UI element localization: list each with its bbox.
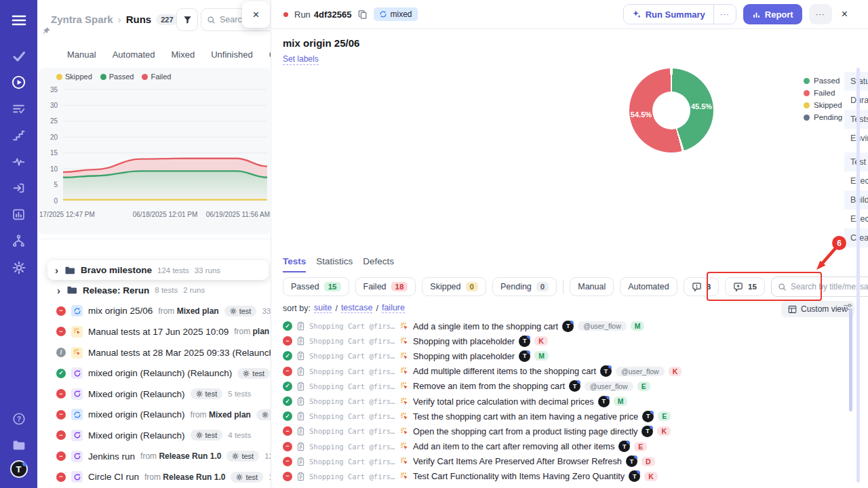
filter-chip-pending[interactable]: Pending0 (492, 277, 557, 296)
help-icon[interactable]: ? (0, 405, 37, 432)
test-row[interactable]: −Shopping Cart @first…Shopping with plac… (283, 333, 856, 348)
gear-icon (262, 411, 269, 418)
test-title[interactable]: Shopping with placeholder (413, 336, 515, 346)
popup-close-button[interactable]: × (242, 1, 270, 28)
tab-automated[interactable]: Automated (113, 49, 155, 60)
run-meta: 33 runs (195, 266, 220, 274)
failed-icon: − (56, 327, 66, 336)
run-row[interactable]: /Manual tests at 28 Mar 2025 09:33 (Rela… (37, 342, 271, 363)
sync-run-icon (71, 409, 83, 420)
test-title[interactable]: Test the shopping cart with an item havi… (413, 411, 638, 422)
folder-icon[interactable] (0, 432, 37, 458)
test-row[interactable]: ✓Shopping Cart @first…Shopping with plac… (283, 348, 856, 363)
donut-legend-item[interactable]: Skipped (804, 101, 842, 109)
test-title[interactable]: Open the shopping cart from a product li… (413, 426, 637, 436)
owner-badge: K (534, 336, 548, 346)
tab-unfinished[interactable]: Unfinished (211, 49, 252, 60)
tab-mixed[interactable]: Mixed (172, 49, 195, 60)
manual-run-icon (71, 326, 83, 338)
passed-icon: ✓ (283, 351, 292, 361)
chevron-right-icon[interactable]: › (54, 265, 59, 275)
test-row[interactable]: ✓Shopping Cart @first…Add a single item … (283, 319, 856, 333)
filter-button[interactable] (176, 8, 198, 31)
branch-icon[interactable] (0, 228, 37, 254)
run-row[interactable]: −Mixed origin (Relaunch)test5 tests (37, 384, 271, 405)
panel-scrollbar[interactable] (856, 68, 860, 483)
breadcrumb-app[interactable]: Zyntra Spark (51, 14, 113, 25)
test-title[interactable]: Add a single item to the shopping cart (413, 321, 558, 331)
sort-by-suite[interactable]: suite (314, 303, 332, 313)
test-row[interactable]: ✓Shopping Cart @first…Test the shopping … (283, 409, 856, 424)
relaunch-run-icon (71, 430, 83, 441)
legend-item[interactable]: Passed (100, 73, 134, 81)
tests-scrollbar[interactable] (849, 308, 852, 411)
user-avatar[interactable]: T (0, 458, 37, 480)
legend-item[interactable]: Failed (142, 73, 171, 81)
legend-item[interactable]: Skipped (56, 73, 92, 81)
play-circle-icon[interactable] (0, 69, 37, 96)
test-title[interactable]: Add an item to the cart after removing a… (413, 441, 614, 451)
donut-legend-item[interactable]: Pending (804, 113, 842, 121)
test-row[interactable]: −Shopping Cart @first…Add multiple diffe… (283, 364, 856, 379)
filter-chip-automated[interactable]: Automated (620, 277, 677, 296)
owner-badge: D (642, 457, 655, 466)
gear-icon[interactable] (0, 254, 37, 281)
run-row[interactable]: −mixed origin (Relaunch)from Mixed plant… (37, 405, 271, 426)
test-row[interactable]: ✓Shopping Cart @first…Verify total price… (283, 394, 856, 409)
donut-legend-item[interactable]: Failed (804, 89, 842, 97)
chevron-right-icon[interactable]: › (56, 285, 61, 296)
test-title[interactable]: Shopping with placeholder (413, 351, 515, 361)
manual-test-icon (400, 412, 409, 421)
copy-icon[interactable] (358, 9, 368, 20)
tests-search[interactable] (771, 277, 868, 297)
run-row[interactable]: −mix origin 25/06from Mixed plantest33 t… (37, 301, 271, 322)
run-row[interactable]: −Mixed origin (Relaunch)test4 tests (37, 425, 271, 446)
run-summary-button[interactable]: Run Summary (624, 5, 713, 24)
steps-icon[interactable] (0, 122, 37, 148)
set-labels-link[interactable]: Set labels (283, 54, 319, 65)
activity-icon[interactable] (0, 148, 37, 175)
tab-statistics[interactable]: Statistics (316, 256, 353, 272)
menu-icon[interactable] (0, 7, 37, 33)
report-button[interactable]: Report (743, 4, 802, 24)
chart-box-icon[interactable] (0, 201, 37, 228)
sort-by-failure[interactable]: failure (382, 303, 405, 313)
filter-chip-failed[interactable]: Failed18 (355, 277, 416, 296)
test-title[interactable]: Verify Cart Items Are Preserved After Br… (413, 456, 622, 466)
run-row[interactable]: −Circle CI runfrom Release Run 1.0test13… (37, 466, 271, 487)
test-title[interactable]: Test Cart Functionality with Items Havin… (413, 471, 625, 481)
clipboard-icon (296, 457, 305, 466)
run-row[interactable]: −Jenkins runfrom Release Run 1.0test13 t… (37, 446, 271, 467)
check-icon[interactable] (0, 43, 37, 69)
sort-by-testcase[interactable]: testcase (341, 303, 373, 313)
run-row[interactable]: ✓mixed origin (Relaunch) (Relaunch)test (37, 363, 271, 384)
test-row[interactable]: −Shopping Cart @first…Test Cart Function… (283, 469, 856, 484)
tab-manual[interactable]: Manual (67, 49, 96, 60)
milestone-row[interactable]: ›Bravo milestone124 tests33 runs (47, 260, 269, 280)
run-summary-more-button[interactable]: ··· (713, 5, 736, 24)
test-title[interactable]: Remove an item from the shopping cart (413, 381, 565, 391)
tab-defects[interactable]: Defects (363, 256, 394, 272)
list-check-icon[interactable] (0, 96, 37, 122)
sign-in-icon[interactable] (0, 175, 37, 201)
annotation-arrow (811, 245, 842, 274)
milestone-row[interactable]: ›Release: Rerun8 tests2 runs (37, 280, 271, 301)
test-title[interactable]: Add multiple different items to the shop… (413, 366, 596, 376)
donut-legend-item[interactable]: Passed (804, 77, 842, 85)
filter-chip-comment-exclamation[interactable]: 8 (684, 277, 719, 296)
more-options-button[interactable]: ··· (809, 4, 832, 24)
filter-chip-comment-plus[interactable]: 15 (725, 277, 765, 296)
test-row[interactable]: −Shopping Cart @first…Add an item to the… (283, 439, 856, 454)
filter-chip-skipped[interactable]: Skipped0 (422, 277, 486, 296)
avatar: T (569, 380, 580, 392)
breadcrumb-section[interactable]: Runs (126, 14, 152, 25)
run-row[interactable]: −Manual tests at 17 Jun 2025 10:09from p… (37, 321, 271, 342)
filter-chip-manual[interactable]: Manual (570, 277, 614, 296)
filter-chip-passed[interactable]: Passed15 (283, 277, 349, 296)
test-row[interactable]: −Shopping Cart @first…Verify Cart Items … (283, 454, 856, 469)
close-panel-button[interactable]: × (839, 8, 850, 20)
test-row[interactable]: −Shopping Cart @first…Open the shopping … (283, 424, 856, 439)
test-title[interactable]: Verify total price calculation with deci… (413, 396, 594, 407)
tab-tests[interactable]: Tests (283, 256, 306, 272)
test-row[interactable]: ✓Shopping Cart @first…Remove an item fro… (283, 379, 856, 394)
